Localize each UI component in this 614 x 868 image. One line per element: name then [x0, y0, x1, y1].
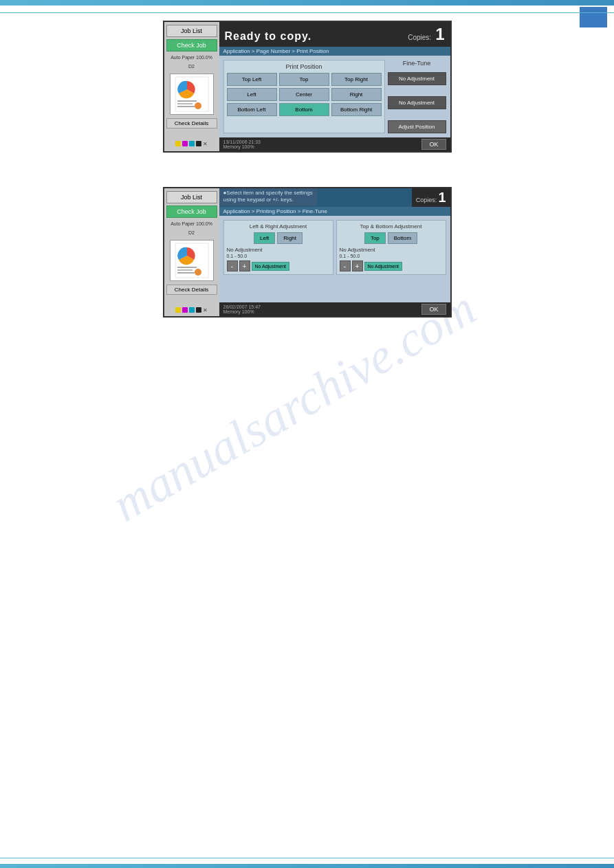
d2-label-2: D2 — [166, 230, 217, 236]
top-bar — [0, 0, 614, 5]
panel-2-sidebar: Job List Check Job Auto Paper 100.0% D2 … — [164, 188, 219, 316]
no-adj-right-label: No Adjustment — [340, 247, 443, 253]
check-details-btn-2[interactable]: Check Details — [166, 285, 217, 295]
magenta-icon-2 — [182, 307, 188, 313]
auto-paper-1: Auto Paper 100.0% — [166, 55, 217, 60]
footer-info-1: 13/11/2006 21:33 Memory 100% — [223, 140, 261, 149]
no-adj-btn-right[interactable]: No Adjustment — [364, 262, 403, 271]
no-adj-btn-left[interactable]: No Adjustment — [252, 262, 290, 271]
footer-datetime-1: 13/11/2006 21:33 — [223, 140, 261, 144]
copies-num-1: 1 — [435, 25, 444, 44]
svg-point-5 — [195, 102, 201, 109]
header-msg-line1: ●Select item and specify the settings — [223, 190, 313, 197]
preview-1 — [170, 74, 214, 115]
header-msg-line2: using the keypad or +/- keys. — [223, 197, 313, 203]
panel-1-sidebar: Job List Check Job Auto Paper 100.0% D2 — [164, 22, 219, 151]
magenta-icon-1 — [182, 141, 188, 146]
minus-btn-right[interactable]: - — [340, 260, 351, 271]
pos-top-right[interactable]: Top Right — [331, 73, 382, 86]
screen-footer-1: 13/11/2006 21:33 Memory 100% OK — [219, 137, 450, 151]
panels-container: Job List Check Job Auto Paper 100.0% D2 — [0, 0, 614, 324]
cyan-icon-1 — [189, 141, 195, 146]
left-right-title: Left & Right Adjustment — [227, 223, 330, 230]
fine-tune-no-adj-2[interactable]: No Adjustment — [388, 96, 446, 109]
fine-tune-section: Fine-Tune No Adjustment No Adjustment Ad… — [388, 60, 446, 133]
pos-left[interactable]: Left — [227, 88, 277, 101]
preview-doc-svg-2 — [172, 242, 212, 279]
sidebar-icons-2: ✕ — [175, 307, 208, 313]
left-btn[interactable]: Left — [254, 232, 275, 244]
check-job-btn-2[interactable]: Check Job — [166, 205, 217, 218]
adj-controls-right: - + No Adjustment — [340, 260, 443, 271]
black-icon-1 — [196, 141, 201, 146]
left-right-section: Left & Right Adjustment Left Right No Ad… — [223, 220, 333, 275]
fine-tune-no-adj-1[interactable]: No Adjustment — [388, 72, 446, 85]
panel-2-screen: ●Select item and specify the settings us… — [219, 188, 450, 316]
plus-btn-right[interactable]: + — [352, 260, 363, 271]
right-btn[interactable]: Right — [277, 232, 303, 244]
screen-two-col-1: Print Position Top Left Top Top Right Le… — [223, 60, 446, 133]
top-bottom-section: Top & Bottom Adjustment Top Bottom No Ad… — [336, 220, 446, 275]
adj-controls-left: - + No Adjustment — [227, 260, 330, 271]
footer-info-2: 26/02/2007 15:47 Memory 100% — [223, 304, 261, 314]
copies-label-1: Copies: — [408, 34, 431, 41]
bottom-bar — [0, 864, 614, 868]
pos-top-left[interactable]: Top Left — [227, 73, 277, 86]
pos-top[interactable]: Top — [279, 73, 329, 86]
footer-memory-2: Memory 100% — [223, 309, 261, 314]
adj-two-col: Left & Right Adjustment Left Right No Ad… — [223, 220, 446, 275]
panel2-top: ●Select item and specify the settings us… — [219, 188, 450, 207]
preview-doc-svg-1 — [172, 76, 212, 113]
breadcrumb-1: Application > Page Number > Print Positi… — [219, 47, 450, 56]
svg-rect-4 — [177, 106, 195, 107]
sidebar-icons-1: ✕ — [175, 141, 208, 147]
job-list-btn-2[interactable]: Job List — [166, 191, 217, 203]
tb-btns: Top Bottom — [340, 232, 443, 244]
corner-square — [580, 7, 607, 27]
cyan-icon-2 — [189, 307, 195, 313]
copies-label-2: Copies: — [416, 197, 437, 203]
job-list-btn-1[interactable]: Job List — [166, 25, 217, 37]
copies-area-2: Copies: 1 — [412, 188, 450, 207]
check-job-btn-1[interactable]: Check Job — [166, 39, 217, 52]
bottom-btn[interactable]: Bottom — [388, 232, 417, 244]
screen-body-1: Print Position Top Left Top Top Right Le… — [219, 56, 450, 137]
pos-bottom[interactable]: Bottom — [279, 103, 329, 116]
yellow-icon-2 — [175, 307, 181, 313]
preview-2 — [170, 240, 214, 281]
adjust-position-btn[interactable]: Adjust Position — [388, 120, 446, 133]
special-icon-2: ✕ — [203, 307, 208, 313]
screen-header-1: Ready to copy. Copies: 1 — [219, 22, 450, 47]
ok-btn-1[interactable]: OK — [421, 139, 446, 150]
pos-bottom-right[interactable]: Bottom Right — [331, 103, 382, 116]
top-btn[interactable]: Top — [364, 232, 386, 244]
position-grid: Top Left Top Top Right Left Center Right… — [227, 73, 382, 116]
breadcrumb-2: Application > Printing Position > Fine-T… — [219, 207, 450, 216]
pos-bottom-left[interactable]: Bottom Left — [227, 103, 277, 116]
minus-btn-left[interactable]: - — [227, 260, 238, 271]
lr-btns: Left Right — [227, 232, 330, 244]
svg-rect-3 — [177, 103, 193, 104]
auto-paper-2: Auto Paper 100.0% — [166, 221, 217, 227]
footer-datetime-2: 26/02/2007 15:47 — [223, 304, 261, 309]
top-divider — [0, 12, 614, 13]
svg-rect-10 — [177, 272, 195, 274]
black-icon-2 — [196, 307, 201, 313]
svg-point-11 — [195, 269, 201, 276]
plus-btn-left[interactable]: + — [239, 260, 250, 271]
pos-center[interactable]: Center — [279, 88, 329, 101]
print-position-section: Print Position Top Left Top Top Right Le… — [223, 60, 385, 133]
panel-1: Job List Check Job Auto Paper 100.0% D2 — [163, 21, 452, 153]
ok-btn-2[interactable]: OK — [421, 304, 446, 315]
fine-tune-title: Fine-Tune — [388, 60, 446, 67]
print-position-title: Print Position — [227, 63, 382, 70]
svg-rect-2 — [177, 100, 197, 102]
no-adj-left-label: No Adjustment — [227, 247, 330, 253]
check-details-btn-1[interactable]: Check Details — [166, 118, 217, 129]
panel-1-screen: Ready to copy. Copies: 1 Application > P… — [219, 22, 450, 151]
screen-body-2: Left & Right Adjustment Left Right No Ad… — [219, 216, 450, 302]
pos-right[interactable]: Right — [331, 88, 382, 101]
screen-title-1: Ready to copy. — [225, 30, 312, 43]
svg-rect-8 — [177, 267, 197, 268]
panel2-header-msg: ●Select item and specify the settings us… — [219, 188, 317, 205]
